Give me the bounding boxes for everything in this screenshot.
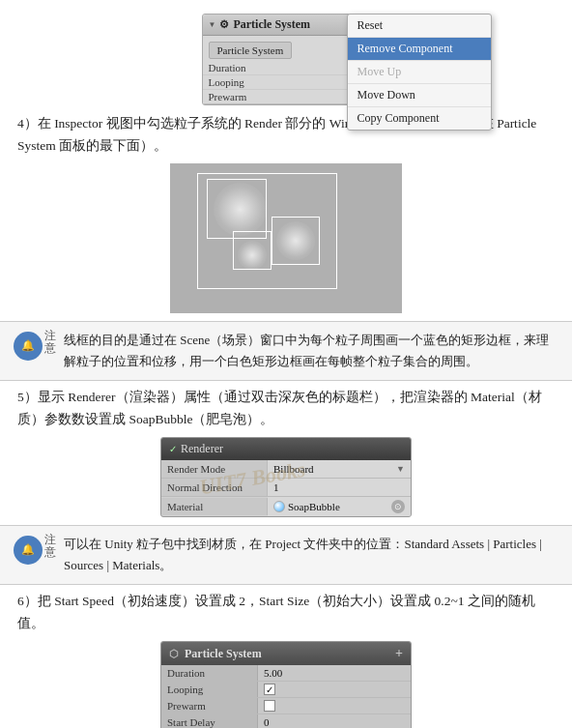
- note1-left: 🔔 注 意: [14, 330, 56, 361]
- ps-label-duration: Duration: [161, 665, 258, 681]
- note2-left: 🔔 注 意: [14, 534, 56, 565]
- ps-row-duration: Duration: [203, 61, 370, 75]
- section6: 6）把 Start Speed（初始速度）设置成 2，Start Size（初始…: [0, 591, 572, 635]
- ps-panel-title: Particle System: [233, 17, 310, 32]
- renderer-check-icon: ✓: [169, 444, 177, 454]
- note2-content: 可以在 Unity 粒子包中找到材质，在 Project 文件夹中的位置：Sta…: [64, 534, 558, 576]
- top-panel-section: ▼ ⚙ Particle System ⚙ Particle System Du…: [0, 14, 572, 105]
- triangle-icon: ▼: [209, 20, 216, 29]
- ps-panel-header: ▼ ⚙ Particle System ⚙: [203, 15, 370, 36]
- looping-checkbox[interactable]: ✓: [264, 684, 275, 695]
- ps-label-startdelay: Start Delay: [161, 714, 258, 728]
- ps-row-duration: Duration 5.00: [161, 665, 411, 682]
- context-menu: Reset Remove Component Move Up Move Down…: [347, 14, 492, 131]
- note1-box: 🔔 注 意 线框的目的是通过在 Scene（场景）窗口中为每个粒子周围画一个蓝色…: [0, 321, 572, 381]
- ps-row-looping: Looping: [203, 75, 370, 90]
- ps-row-looping: Looping ✓: [161, 682, 411, 698]
- link-icon[interactable]: ⊙: [391, 500, 405, 513]
- ps-value-startdelay[interactable]: 0: [258, 714, 411, 728]
- arrow-icon-rendermode: ▼: [396, 464, 405, 474]
- wireframe-image: [170, 163, 402, 313]
- renderer-panel-block: ✓ Renderer Render Mode Billboard ▼ Norma…: [0, 437, 572, 517]
- prewarm-checkbox[interactable]: [264, 700, 275, 712]
- ps-value-prewarm[interactable]: [258, 698, 411, 713]
- ps-bottom-header-left: ⬡ Particle System: [169, 647, 262, 661]
- ps-label-looping: Looping: [161, 682, 258, 697]
- ps-panel-tab[interactable]: Particle System: [209, 42, 293, 59]
- particle-system-panel: ▼ ⚙ Particle System ⚙ Particle System Du…: [202, 14, 371, 105]
- ps-icon: ⬡: [169, 648, 179, 660]
- note2-label: 注 意: [44, 534, 56, 559]
- note1-label: 注 意: [44, 330, 56, 355]
- note2-box: 🔔 注 意 可以在 Unity 粒子包中找到材质，在 Project 文件夹中的…: [0, 525, 572, 585]
- renderer-value-rendermode[interactable]: Billboard ▼: [268, 460, 411, 478]
- ps-panel-body: Particle System Duration Looping Prewarm: [203, 36, 370, 104]
- ps-value-looping[interactable]: ✓: [258, 682, 411, 697]
- renderer-value-material[interactable]: SoapBubble ⊙: [268, 497, 411, 516]
- menu-item-reset[interactable]: Reset: [348, 15, 491, 38]
- note1-content: 线框的目的是通过在 Scene（场景）窗口中为每个粒子周围画一个蓝色的矩形边框，…: [64, 330, 558, 372]
- particle-system-panel-wrap: ▼ ⚙ Particle System ⚙ Particle System Du…: [202, 14, 371, 105]
- note2-icon: 🔔: [14, 536, 43, 565]
- menu-item-movedown[interactable]: Move Down: [348, 84, 491, 107]
- ps-bottom-panel-block: ⬡ Particle System + Duration 5.00 Loopin…: [0, 641, 572, 728]
- ps-panel-gear-icon: ⚙: [219, 18, 229, 31]
- section5: 5）显示 Renderer（渲染器）属性（通过双击深灰色的标题栏），把渲染器的 …: [0, 387, 572, 431]
- renderer-panel-title: Renderer: [181, 442, 223, 456]
- section5-text: 5）显示 Renderer（渲染器）属性（通过双击深灰色的标题栏），把渲染器的 …: [17, 387, 555, 431]
- renderer-row-material: Material SoapBubble ⊙: [161, 497, 411, 516]
- menu-item-moveup: Move Up: [348, 61, 491, 84]
- note1-icon: 🔔: [14, 332, 43, 361]
- section6-text: 6）把 Start Speed（初始速度）设置成 2，Start Size（初始…: [17, 591, 555, 635]
- renderer-row-normal: Normal Direction 1: [161, 479, 411, 497]
- renderer-panel-header[interactable]: ✓ Renderer: [161, 438, 411, 460]
- renderer-panel: ✓ Renderer Render Mode Billboard ▼ Norma…: [160, 437, 412, 517]
- ps-row-prewarm: Prewarm: [203, 90, 370, 103]
- renderer-label-rendermode: Render Mode: [161, 460, 268, 478]
- wireframe-image-block: [0, 163, 572, 313]
- renderer-value-normal[interactable]: 1: [268, 479, 411, 496]
- wireframe-outer-box: [197, 173, 337, 289]
- renderer-label-normal: Normal Direction: [161, 479, 268, 496]
- ps-bottom-header[interactable]: ⬡ Particle System +: [161, 642, 411, 665]
- menu-item-remove[interactable]: Remove Component: [348, 38, 491, 61]
- ps-row-prewarm: Prewarm: [161, 698, 411, 714]
- menu-item-copy[interactable]: Copy Component: [348, 107, 491, 130]
- ps-row-startdelay: Start Delay 0: [161, 714, 411, 728]
- ps-bottom-panel: ⬡ Particle System + Duration 5.00 Loopin…: [160, 641, 412, 728]
- page: ▼ ⚙ Particle System ⚙ Particle System Du…: [0, 0, 572, 728]
- ps-label-prewarm: Prewarm: [161, 698, 258, 713]
- renderer-panel-wrapper: ✓ Renderer Render Mode Billboard ▼ Norma…: [160, 437, 412, 517]
- renderer-label-material: Material: [161, 498, 268, 515]
- soap-circle-icon: [273, 501, 285, 512]
- soap-bubble-icon: SoapBubble: [273, 501, 340, 512]
- ps-bottom-title: Particle System: [185, 647, 262, 661]
- ps-value-duration[interactable]: 5.00: [258, 665, 411, 681]
- plus-icon[interactable]: +: [395, 646, 403, 661]
- renderer-row-rendermode: Render Mode Billboard ▼: [161, 460, 411, 479]
